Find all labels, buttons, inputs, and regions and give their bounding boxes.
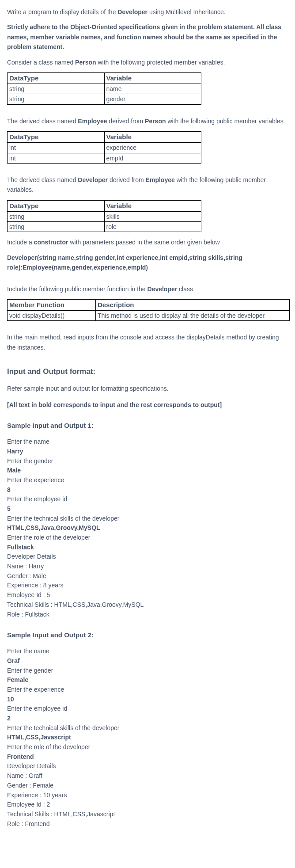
text: Write a program to display details of th… [7,8,117,15]
bold-person: Person [145,118,166,125]
io-output-line: Name : Harry [7,562,288,571]
io-output-line: Technical Skills : HTML,CSS,Javascript [7,810,288,819]
sample-2-block: Enter the nameGrafEnter the genderFemale… [7,647,288,829]
employee-table: DataType Variable intexperience intempId [7,131,201,164]
sample-2-heading: Sample Input and Output 2: [7,630,288,640]
text: with parameters passed in the same order… [68,239,220,246]
io-output-line: Gender : Female [7,781,288,791]
io-output-line: Enter the employee id [7,495,288,504]
io-output-line: Employee Id : 2 [7,800,288,810]
io-output-line: Enter the employee id [7,704,288,714]
table-header-row: DataType Variable [8,132,201,143]
cell-var: gender [104,94,201,104]
cell-var: name [104,84,201,94]
io-output-line: Gender : Male [7,571,288,581]
cell-mf: void displayDetails() [8,311,96,321]
developer-table: DataType Variable stringskills stringrol… [7,200,201,232]
table-header-row: DataType Variable [8,72,201,84]
header-datatype: DataType [8,200,105,211]
text: using Multilevel Inheritance. [148,8,226,15]
io-output-line: Developer Details [7,552,288,562]
io-output-line: Enter the role of the developer [7,533,288,543]
cell-var: role [104,222,201,232]
cell-dt: string [8,211,105,221]
cell-dt: int [8,143,105,153]
table-row: intexperience [8,143,201,153]
io-output-line: Enter the experience [7,685,288,695]
io-bold-note: [All text in bold corresponds to input a… [7,400,288,410]
io-output-line: Enter the name [7,437,288,447]
io-output-line: Employee Id : 5 [7,590,288,600]
sample-1-heading: Sample Input and Output 1: [7,420,288,431]
bold-developer: Developer [78,176,108,183]
bold-developer: Developer [117,8,148,15]
text: Consider a class named [7,59,75,66]
io-input-line: HTML,CSS,Java,Groovy,MySQL [7,523,288,533]
text: Include the following public member func… [7,286,148,293]
table-row: stringname [8,84,201,94]
cell-dt: int [8,153,105,163]
intro-line-1: Write a program to display details of th… [7,7,288,17]
text: with the following public member variabl… [166,118,285,125]
io-refer-text: Refer sample input and output for format… [7,384,288,393]
io-input-line: Frontend [7,752,288,762]
io-input-line: 5 [7,504,288,514]
text: derived from [108,176,146,183]
cell-var: experience [104,143,201,153]
io-output-line: Enter the technical skills of the develo… [7,723,288,733]
member-function-table: Member Function Description void display… [7,299,290,321]
io-output-line: Experience : 10 years [7,791,288,800]
sample-1-block: Enter the nameHarryEnter the genderMaleE… [7,437,288,619]
io-output-line: Enter the gender [7,666,288,676]
employee-intro: The derived class named Employee derived… [7,116,288,126]
io-input-line: 8 [7,485,288,495]
person-table: DataType Variable stringname stringgende… [7,72,201,105]
cell-var: skills [104,211,201,221]
bold-developer: Developer [148,286,178,293]
table-header-row: Member Function Description [8,300,290,311]
bold-constructor: constructor [34,239,68,246]
header-datatype: DataType [8,132,105,143]
cell-var: empId [104,153,201,163]
io-format-heading: Input and Output format: [7,365,288,377]
text: class [177,286,193,293]
strict-adherence: Strictly adhere to the Object-Oriented s… [7,22,288,52]
bold-employee: Employee [78,118,107,125]
io-output-line: Name : Graff [7,771,288,781]
developer-intro: The derived class named Developer derive… [7,175,288,195]
person-intro: Consider a class named Person with the f… [7,57,288,67]
io-output-line: Role : Frontend [7,819,288,829]
text: Include a [7,239,34,246]
io-input-line: HTML,CSS,Javascript [7,733,288,742]
bold-employee: Employee [146,176,175,183]
cell-dt: string [8,222,105,232]
main-method-text: In the main method, read inputs from the… [7,332,288,352]
io-output-line: Experience : 8 years [7,581,288,590]
header-datatype: DataType [8,72,105,84]
header-variable: Variable [104,72,201,84]
constructor-text: Include a constructor with parameters pa… [7,237,288,247]
io-input-line: Harry [7,447,288,457]
header-description: Description [96,300,290,311]
io-output-line: Enter the experience [7,476,288,485]
table-row: stringskills [8,211,201,221]
text: derived from [107,118,145,125]
text: The derived class named [7,176,78,183]
member-fn-text: Include the following public member func… [7,284,288,294]
io-output-line: Developer Details [7,761,288,771]
header-member-function: Member Function [8,300,96,311]
io-output-line: Role : Fullstack [7,610,288,620]
io-output-line: Enter the technical skills of the develo… [7,514,288,524]
io-input-line: 2 [7,714,288,723]
cell-dt: string [8,84,105,94]
table-header-row: DataType Variable [8,200,201,211]
table-row: stringgender [8,94,201,104]
io-output-line: Enter the name [7,647,288,656]
constructor-signature: Developer(string name,string gender,int … [7,253,288,273]
table-row: intempId [8,153,201,163]
io-output-line: Technical Skills : HTML,CSS,Java,Groovy,… [7,600,288,610]
header-variable: Variable [104,200,201,211]
table-row: stringrole [8,222,201,232]
header-variable: Variable [104,132,201,143]
text: with the following protected member vari… [96,59,225,66]
